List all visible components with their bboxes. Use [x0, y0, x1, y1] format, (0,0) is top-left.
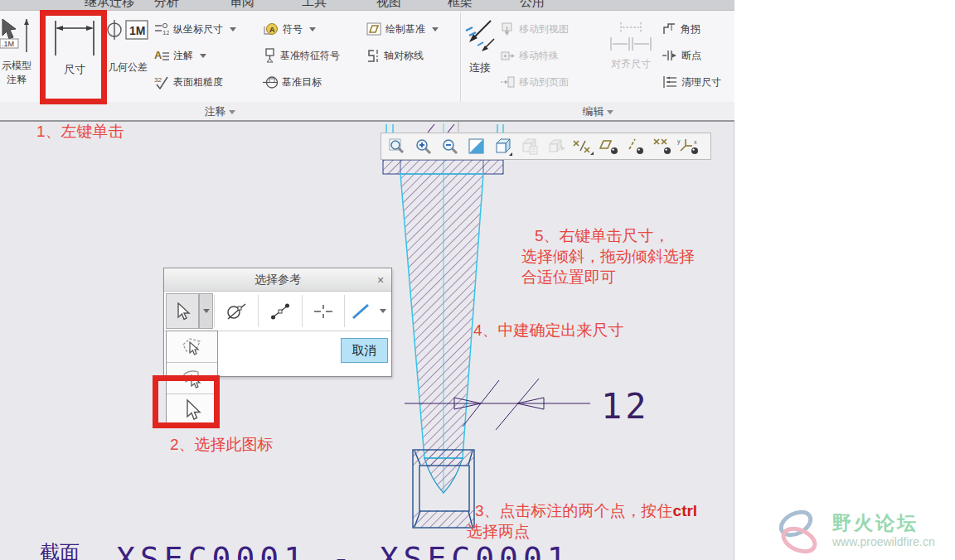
step5-annotation: 5、右键单击尺寸， 选择倾斜，拖动倾斜选择 合适位置即可 [521, 225, 695, 287]
move-special-label: 移动特殊 [519, 49, 559, 63]
tab-legacy-migrate[interactable]: 继承迁移 [85, 0, 134, 10]
draft-datum-button[interactable]: 绘制基准 [366, 20, 439, 38]
dialog-toolbar [164, 292, 391, 331]
ordinate-dimension-button[interactable]: 12 纵坐标尺寸 [154, 20, 236, 38]
select-arrow-dropdown[interactable] [199, 293, 212, 329]
highlight-dimension-button [40, 10, 107, 104]
cleanup-dimensions-button[interactable]: 清理尺寸 [662, 73, 721, 91]
select-arrow-button[interactable] [166, 293, 199, 329]
move-special-icon [501, 49, 515, 62]
axis-symmetry-line-button[interactable]: 轴对称线 [366, 46, 424, 65]
connect-icon [463, 17, 497, 57]
surface-finish-button[interactable]: 32 表面粗糙度 [154, 73, 223, 91]
cup-bottom-hatch [413, 510, 474, 528]
tab-analysis[interactable]: 分析 [154, 0, 179, 10]
draft-datum-label: 绘制基准 [385, 22, 425, 36]
dimension-value[interactable]: 12 [601, 386, 650, 427]
tab-review[interactable]: 审阅 [230, 0, 255, 10]
cleanup-dimensions-label: 清理尺寸 [681, 75, 721, 89]
move-to-view-button[interactable]: 移动到视图 [501, 20, 569, 38]
connect-button[interactable]: 连接 [461, 17, 499, 75]
part-top-stubs [386, 122, 503, 133]
dialog-title-bar[interactable]: 选择参考 × [164, 268, 391, 292]
jog-button[interactable]: 角拐 [662, 20, 700, 38]
cleanup-dimensions-icon [662, 75, 677, 89]
symbol-dropdown-caret[interactable] [309, 27, 316, 31]
breakpoint-label: 断点 [681, 49, 701, 63]
gtol-label: 几何公差 [108, 60, 148, 75]
edit-group-caret [607, 110, 613, 114]
svg-text:1M: 1M [129, 24, 145, 37]
select-chain-button[interactable] [259, 293, 301, 329]
select-line-button[interactable] [346, 293, 376, 329]
annotate-group-label[interactable]: 注释 [0, 104, 439, 119]
axis-display-icon[interactable] [624, 135, 647, 157]
axis-symmetry-line-icon [366, 49, 380, 63]
watermark-logo-icon [771, 507, 831, 558]
plane-display-icon[interactable] [598, 135, 621, 157]
step3-annotation: 3、点击标注的两个点，按住ctrl 选择两点 [467, 500, 697, 542]
section-prefix: 截面 [40, 541, 80, 560]
ordinate-dropdown-caret[interactable] [230, 27, 236, 31]
screenshot-stage: 继承迁移 分析 审阅 工具 视图 框架 公用 .1M 示模型 注释 [0, 0, 955, 560]
saved-views-icon[interactable] [492, 135, 515, 157]
show-model-annotations-button[interactable]: .1M 示模型 注释 [0, 17, 38, 87]
svg-text:12: 12 [162, 29, 169, 36]
zoom-in-icon[interactable] [412, 135, 435, 157]
svg-text:y: y [677, 138, 681, 145]
watermark-site-url: www.proewildfire.cn [832, 535, 935, 548]
part-flange[interactable] [383, 160, 503, 174]
step1-annotation: 1、左键单击 [36, 121, 124, 142]
edit-group-label[interactable]: 编辑 [461, 104, 734, 119]
drawing-view-icon[interactable] [545, 135, 568, 157]
section-name: XSEC0001 - XSEC0001 [116, 540, 571, 560]
note-dropdown-caret[interactable] [200, 54, 206, 58]
connect-label: 连接 [469, 60, 491, 75]
align-dimensions-icon [609, 21, 652, 54]
move-to-page-button[interactable]: 移动到页面 [501, 73, 569, 91]
move-to-page-icon [501, 75, 515, 89]
cancel-button[interactable]: 取消 [341, 338, 388, 363]
symbol-icon: A [263, 22, 279, 36]
tab-tools[interactable]: 工具 [302, 0, 327, 10]
arrow-cursor-icon [174, 302, 191, 321]
intersection-select-icon [313, 302, 333, 321]
axis-symmetry-line-label: 轴对称线 [384, 49, 424, 63]
svg-text:x: x [694, 139, 697, 145]
draft-datum-dropdown-caret[interactable] [432, 27, 439, 31]
show-model-annotations-icon: .1M [0, 17, 34, 56]
point-display-icon[interactable] [651, 135, 674, 157]
step4-annotation: 4、中建确定出来尺寸 [473, 320, 624, 340]
csys-display-icon[interactable]: y x [677, 135, 700, 157]
select-line-dropdown[interactable] [376, 293, 390, 329]
note-button[interactable]: A 注解 [154, 46, 206, 65]
svg-text:A: A [269, 26, 275, 34]
gtol-button[interactable]: 1M 几何公差 [103, 17, 153, 75]
breakpoint-button[interactable]: 断点 [662, 46, 701, 65]
menu-item-box-select[interactable] [167, 331, 217, 363]
align-dimensions-button[interactable]: 对齐尺寸 [604, 21, 657, 71]
tab-view[interactable]: 视图 [376, 0, 401, 10]
ordinate-dimension-icon: 12 [154, 22, 169, 36]
line-tool-icon [351, 302, 371, 321]
view-manager-icon[interactable] [518, 135, 541, 157]
repaint-icon[interactable] [465, 135, 488, 157]
move-special-button[interactable]: 移动特殊 [501, 46, 559, 65]
box-zoom-icon[interactable] [385, 135, 409, 157]
svg-text:32: 32 [154, 76, 162, 84]
box-select-icon [182, 336, 203, 358]
select-loop-button[interactable] [216, 293, 257, 329]
ordinate-dimension-label: 纵坐标尺寸 [173, 22, 223, 36]
dialog-title: 选择参考 [186, 273, 370, 287]
dialog-close-icon[interactable]: × [370, 273, 391, 287]
datum-target-button[interactable]: 基准目标 [263, 73, 322, 91]
select-intersection-button[interactable] [303, 293, 343, 329]
symbol-button[interactable]: A 符号 [263, 20, 316, 38]
datum-display-icon[interactable] [571, 135, 594, 157]
loop-select-icon [225, 302, 247, 321]
svg-text:.1M: .1M [2, 40, 14, 48]
datum-feature-symbol-button[interactable]: 基准特征符号 [263, 46, 340, 65]
zoom-out-icon[interactable] [439, 135, 462, 157]
tab-framework[interactable]: 框架 [448, 0, 473, 10]
tab-common[interactable]: 公用 [520, 0, 545, 10]
